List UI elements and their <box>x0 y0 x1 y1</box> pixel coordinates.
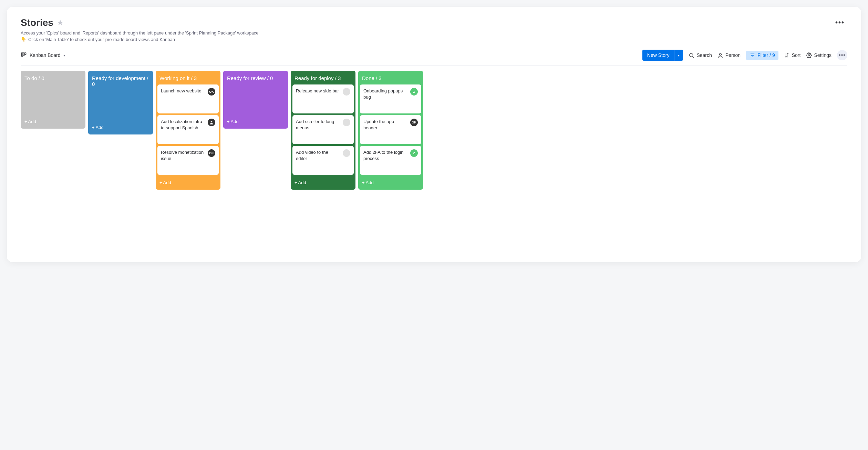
new-story-button[interactable]: New Story ▾ <box>642 50 683 61</box>
svg-point-3 <box>690 53 693 57</box>
view-selector-label: Kanban Board <box>30 52 61 58</box>
kanban-column: Done / 3Onboarding popups bugZUpdate the… <box>358 71 423 190</box>
svg-point-5 <box>719 53 721 55</box>
kanban-card[interactable]: Add video to the editor <box>292 146 354 175</box>
svg-rect-0 <box>21 53 23 57</box>
card-title: Add 2FA to the login process <box>363 149 408 161</box>
user-icon <box>209 120 214 125</box>
hint-row: 👇 Click on 'Main Table' to check out you… <box>21 37 259 42</box>
column-header: Ready for deploy / 3 <box>292 72 354 84</box>
card-title: Onboarding popups bug <box>363 88 408 100</box>
search-icon <box>689 52 694 58</box>
toolbar-right: New Story ▾ Search Person Filter / 9 <box>642 50 847 61</box>
empty-column-spacer <box>90 90 151 121</box>
column-header: Working on it / 3 <box>157 72 219 84</box>
assignee-avatar[interactable] <box>343 149 350 157</box>
person-filter-button[interactable]: Person <box>717 52 741 58</box>
empty-column-spacer <box>22 84 84 116</box>
new-story-dropdown-icon[interactable]: ▾ <box>674 50 683 61</box>
assignee-avatar[interactable]: Z <box>410 149 418 157</box>
assignee-avatar[interactable]: OK <box>410 119 418 126</box>
filter-icon <box>750 52 755 58</box>
svg-point-10 <box>211 121 213 122</box>
card-title: Add localization infra to support Spanis… <box>161 119 206 131</box>
kanban-card[interactable]: Onboarding popups bugZ <box>360 84 421 113</box>
assignee-avatar[interactable] <box>343 88 350 96</box>
person-icon <box>717 52 723 58</box>
toolbar: Kanban Board ▾ New Story ▾ Search Person <box>21 50 847 66</box>
card-title: Release new side bar <box>296 88 341 94</box>
kanban-board: To do / 0+ AddReady for development / 0+… <box>21 71 847 190</box>
hint-text: Click on 'Main Table' to check out your … <box>28 37 175 42</box>
add-card-button[interactable]: + Add <box>292 177 354 188</box>
filter-button[interactable]: Filter / 9 <box>746 51 778 60</box>
sort-icon <box>784 52 790 58</box>
card-title: Add scroller to long menus <box>296 119 341 131</box>
kanban-column: Working on it / 3Launch new websiteOKAdd… <box>156 71 220 190</box>
filter-label: Filter / 9 <box>757 52 775 58</box>
assignee-avatar[interactable]: OK <box>208 149 215 157</box>
view-selector[interactable]: Kanban Board ▾ <box>21 52 65 59</box>
svg-rect-1 <box>23 53 25 56</box>
assignee-avatar[interactable] <box>343 119 350 126</box>
title-row: Stories ★ <box>21 17 259 28</box>
kanban-card[interactable]: Launch new websiteOK <box>157 84 219 113</box>
card-title: Add video to the editor <box>296 149 341 161</box>
kanban-column: To do / 0+ Add <box>21 71 85 129</box>
empty-column-spacer <box>225 84 286 116</box>
column-header: Done / 3 <box>360 72 421 84</box>
page-title: Stories <box>21 17 53 28</box>
add-card-button[interactable]: + Add <box>360 177 421 188</box>
assignee-avatar[interactable] <box>208 119 215 126</box>
settings-label: Settings <box>814 52 831 58</box>
settings-button[interactable]: Settings <box>806 52 831 58</box>
card-title: Resolve monetization issue <box>161 149 206 161</box>
column-header: To do / 0 <box>22 72 84 84</box>
add-card-button[interactable]: + Add <box>225 116 286 127</box>
person-label: Person <box>725 52 741 58</box>
kanban-card[interactable]: Add localization infra to support Spanis… <box>157 115 219 144</box>
column-header: Ready for development / 0 <box>90 72 151 90</box>
app-container: Stories ★ Access your 'Epics' board and … <box>7 7 861 262</box>
favorite-star-icon[interactable]: ★ <box>57 18 64 27</box>
chevron-down-icon: ▾ <box>63 53 65 57</box>
kanban-card[interactable]: Resolve monetization issueOK <box>157 146 219 175</box>
page-subtitle: Access your 'Epics' board and 'Reports' … <box>21 30 259 36</box>
point-down-emoji-icon: 👇 <box>21 37 26 42</box>
more-options-icon[interactable]: ••• <box>833 17 847 28</box>
board-more-options-icon[interactable]: ••• <box>837 50 847 60</box>
card-title: Update the app header <box>363 119 408 131</box>
add-card-button[interactable]: + Add <box>22 116 84 127</box>
assignee-avatar[interactable]: OK <box>208 88 215 96</box>
kanban-board-icon <box>21 52 27 59</box>
kanban-column: Ready for development / 0+ Add <box>88 71 153 134</box>
page-header: Stories ★ Access your 'Epics' board and … <box>21 17 847 42</box>
kanban-card[interactable]: Add scroller to long menus <box>292 115 354 144</box>
kanban-column: Ready for review / 0+ Add <box>223 71 288 129</box>
kanban-card[interactable]: Release new side bar <box>292 84 354 113</box>
assignee-avatar[interactable]: Z <box>410 88 418 96</box>
svg-rect-2 <box>25 53 26 54</box>
add-card-button[interactable]: + Add <box>90 121 151 133</box>
sort-label: Sort <box>792 52 801 58</box>
new-story-label: New Story <box>642 50 674 61</box>
gear-icon <box>806 52 812 58</box>
svg-line-4 <box>693 56 694 57</box>
kanban-card[interactable]: Add 2FA to the login processZ <box>360 146 421 175</box>
column-header: Ready for review / 0 <box>225 72 286 84</box>
card-title: Launch new website <box>161 88 206 94</box>
sort-button[interactable]: Sort <box>784 52 801 58</box>
kanban-card[interactable]: Update the app headerOK <box>360 115 421 144</box>
search-label: Search <box>696 52 712 58</box>
kanban-column: Ready for deploy / 3Release new side bar… <box>291 71 355 190</box>
svg-point-9 <box>808 54 810 56</box>
search-button[interactable]: Search <box>689 52 712 58</box>
add-card-button[interactable]: + Add <box>157 177 219 188</box>
